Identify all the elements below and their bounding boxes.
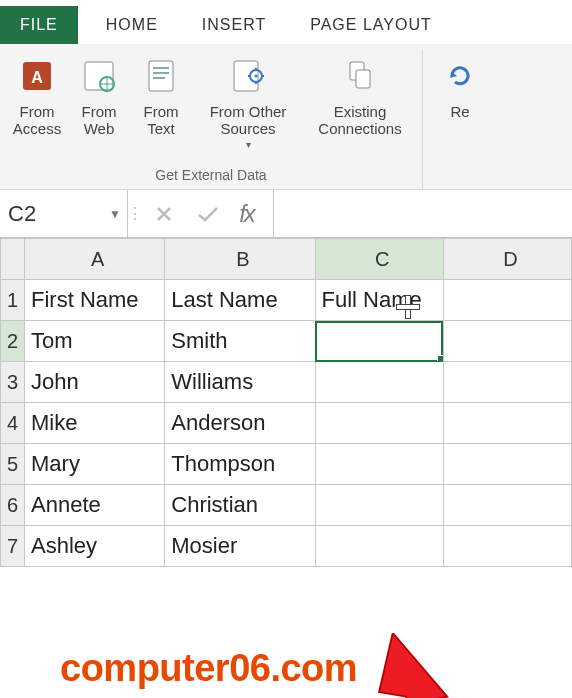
cell[interactable]: Full Name bbox=[315, 280, 443, 321]
access-icon: A bbox=[15, 54, 59, 98]
table-row: 7 Ashley Mosier bbox=[1, 526, 572, 567]
refresh-label: Re bbox=[450, 104, 469, 121]
from-other-label: From Other Sources bbox=[194, 104, 302, 137]
cell[interactable]: Mike bbox=[25, 403, 165, 444]
connections-icon bbox=[338, 54, 382, 98]
cell[interactable] bbox=[443, 321, 571, 362]
chevron-down-icon: ▼ bbox=[109, 207, 121, 221]
cell-selected[interactable] bbox=[315, 321, 443, 362]
row-header[interactable]: 1 bbox=[1, 280, 25, 321]
cell[interactable]: Tom bbox=[25, 321, 165, 362]
dropdown-caret-icon: ▾ bbox=[246, 139, 251, 150]
cell[interactable]: Anderson bbox=[165, 403, 315, 444]
from-text-button[interactable]: From Text bbox=[130, 50, 192, 137]
tab-file[interactable]: FILE bbox=[0, 6, 78, 44]
cell[interactable] bbox=[443, 526, 571, 567]
cell[interactable]: Smith bbox=[165, 321, 315, 362]
row-header[interactable]: 7 bbox=[1, 526, 25, 567]
group-partial: Re bbox=[423, 50, 493, 121]
cell[interactable]: Mosier bbox=[165, 526, 315, 567]
from-access-label: From Access bbox=[8, 104, 66, 137]
cell[interactable] bbox=[443, 403, 571, 444]
svg-rect-2 bbox=[85, 62, 113, 90]
row-header[interactable]: 5 bbox=[1, 444, 25, 485]
cell[interactable]: John bbox=[25, 362, 165, 403]
cell[interactable]: Annete bbox=[25, 485, 165, 526]
check-icon bbox=[196, 204, 220, 224]
x-icon bbox=[154, 204, 174, 224]
svg-text:A: A bbox=[31, 69, 43, 86]
table-row: 3 John Williams bbox=[1, 362, 572, 403]
table-row: 1 First Name Last Name Full Name bbox=[1, 280, 572, 321]
svg-marker-10 bbox=[379, 633, 465, 698]
cell[interactable] bbox=[443, 280, 571, 321]
table-row: 6 Annete Christian bbox=[1, 485, 572, 526]
svg-rect-5 bbox=[234, 61, 258, 91]
cell[interactable] bbox=[315, 526, 443, 567]
worksheet[interactable]: A B C D 1 First Name Last Name Full Name… bbox=[0, 238, 572, 567]
from-other-sources-button[interactable]: From Other Sources ▾ bbox=[192, 50, 304, 150]
cell[interactable] bbox=[443, 362, 571, 403]
cell[interactable]: Thompson bbox=[165, 444, 315, 485]
cell[interactable]: Last Name bbox=[165, 280, 315, 321]
refresh-button-partial[interactable]: Re bbox=[429, 50, 491, 121]
row-header[interactable]: 3 bbox=[1, 362, 25, 403]
col-header-d[interactable]: D bbox=[443, 239, 571, 280]
ribbon: A From Access From Web bbox=[0, 44, 572, 190]
refresh-icon bbox=[438, 54, 482, 98]
existing-connections-button[interactable]: Existing Connections bbox=[304, 50, 416, 137]
existing-conn-label: Existing Connections bbox=[306, 104, 414, 137]
tab-insert[interactable]: INSERT bbox=[180, 6, 288, 44]
cell[interactable]: First Name bbox=[25, 280, 165, 321]
tab-home[interactable]: HOME bbox=[84, 6, 180, 44]
tab-page-layout[interactable]: PAGE LAYOUT bbox=[288, 6, 454, 44]
cell[interactable] bbox=[443, 444, 571, 485]
from-web-label: From Web bbox=[70, 104, 128, 137]
col-header-b[interactable]: B bbox=[165, 239, 315, 280]
web-icon bbox=[77, 54, 121, 98]
text-file-icon bbox=[139, 54, 183, 98]
name-box[interactable]: C2 ▼ bbox=[0, 190, 128, 237]
from-web-button[interactable]: From Web bbox=[68, 50, 130, 137]
formula-bar: C2 ▼ ⋮ fx bbox=[0, 190, 572, 238]
row-header[interactable]: 4 bbox=[1, 403, 25, 444]
ribbon-tabs: FILE HOME INSERT PAGE LAYOUT bbox=[0, 6, 572, 44]
other-sources-icon bbox=[226, 54, 270, 98]
from-text-label: From Text bbox=[132, 104, 190, 137]
from-access-button[interactable]: A From Access bbox=[6, 50, 68, 137]
group-get-external-data: A From Access From Web bbox=[0, 50, 423, 189]
select-all-corner[interactable] bbox=[1, 239, 25, 280]
cell[interactable] bbox=[443, 485, 571, 526]
enter-formula-button bbox=[186, 190, 230, 237]
svg-rect-9 bbox=[356, 70, 370, 88]
cell[interactable] bbox=[315, 444, 443, 485]
formula-input[interactable] bbox=[274, 190, 572, 237]
cell[interactable] bbox=[315, 362, 443, 403]
cell[interactable] bbox=[315, 403, 443, 444]
row-header[interactable]: 6 bbox=[1, 485, 25, 526]
cancel-formula-button bbox=[142, 190, 186, 237]
col-header-a[interactable]: A bbox=[25, 239, 165, 280]
row-header[interactable]: 2 bbox=[1, 321, 25, 362]
svg-rect-4 bbox=[149, 61, 173, 91]
watermark-text: computer06.com bbox=[60, 647, 357, 690]
insert-function-button[interactable]: fx bbox=[230, 190, 274, 237]
fx-label: fx bbox=[239, 200, 254, 228]
separator-icon: ⋮ bbox=[128, 190, 142, 237]
col-header-c[interactable]: C bbox=[315, 239, 443, 280]
cell[interactable]: Mary bbox=[25, 444, 165, 485]
svg-point-7 bbox=[255, 75, 258, 78]
cell[interactable] bbox=[315, 485, 443, 526]
table-row: 2 Tom Smith bbox=[1, 321, 572, 362]
table-row: 5 Mary Thompson bbox=[1, 444, 572, 485]
table-row: 4 Mike Anderson bbox=[1, 403, 572, 444]
group-label: Get External Data bbox=[155, 167, 266, 189]
cell[interactable]: Christian bbox=[165, 485, 315, 526]
cell[interactable]: Williams bbox=[165, 362, 315, 403]
cell[interactable]: Ashley bbox=[25, 526, 165, 567]
name-box-value: C2 bbox=[8, 201, 36, 227]
